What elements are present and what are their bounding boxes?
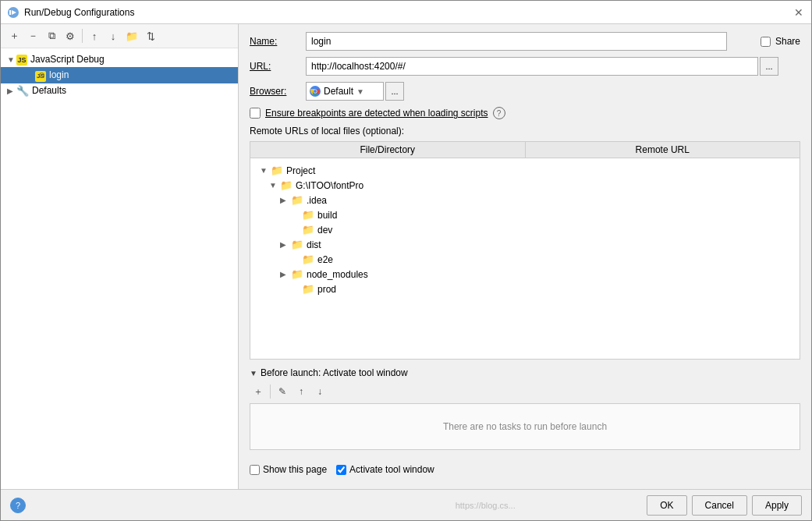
fontpro-arrow: ▼ xyxy=(269,181,280,190)
dev-label: dev xyxy=(317,225,332,236)
file-table: File/Directory Remote URL ▼ 📁 Project xyxy=(250,141,800,360)
url-input[interactable] xyxy=(306,57,758,76)
src-label: src xyxy=(307,299,319,299)
chrome-icon xyxy=(310,86,321,97)
build-folder-icon: 📁 xyxy=(302,209,314,221)
sort-btn[interactable]: ⇅ xyxy=(142,27,159,44)
idea-arrow: ▶ xyxy=(280,196,291,204)
e2e-label: e2e xyxy=(317,254,333,265)
name-row: Name: Share xyxy=(250,32,800,51)
folder-build[interactable]: ▶ 📁 build xyxy=(250,207,800,222)
settings-btn[interactable]: ⚙ xyxy=(62,27,79,44)
move-down-btn[interactable]: ↓ xyxy=(105,27,122,44)
apply-button[interactable]: Apply xyxy=(752,495,802,516)
ensure-breakpoints-checkbox[interactable] xyxy=(250,108,261,119)
bl-edit-btn[interactable]: ✎ xyxy=(274,383,291,400)
ok-button[interactable]: OK xyxy=(647,495,686,516)
prod-folder-icon: 📁 xyxy=(302,283,314,295)
folder-dev[interactable]: ▶ 📁 dev xyxy=(250,222,800,237)
footer-left: ? xyxy=(10,498,324,513)
bl-down-btn[interactable]: ↓ xyxy=(311,383,328,400)
move-up-btn[interactable]: ↑ xyxy=(86,27,103,44)
show-page-checkbox[interactable] xyxy=(250,465,260,475)
url-row: URL: ... xyxy=(250,57,800,76)
defaults-label: Defaults xyxy=(32,85,66,96)
browser-value: Default xyxy=(324,86,353,97)
folder-idea[interactable]: ▶ 📁 .idea xyxy=(250,193,800,207)
bottom-checkboxes: Show this page Activate tool window xyxy=(250,464,800,475)
svg-rect-2 xyxy=(9,10,11,15)
folder-fontpro[interactable]: ▼ 📁 G:\ITOO\fontPro xyxy=(250,178,800,193)
folder-node-modules[interactable]: ▶ 📁 node_modules xyxy=(250,267,800,282)
svg-point-5 xyxy=(314,90,317,93)
folder-e2e[interactable]: ▶ 📁 e2e xyxy=(250,252,800,267)
tree-js-debug-group[interactable]: ▼ JS JavaScript Debug xyxy=(1,51,238,67)
dist-folder-icon: 📁 xyxy=(291,239,303,250)
share-label: Share xyxy=(775,36,800,47)
js-debug-group-label: JavaScript Debug xyxy=(30,54,105,65)
e2e-folder-icon: 📁 xyxy=(302,253,314,265)
folder-dist[interactable]: ▶ 📁 dist xyxy=(250,237,800,252)
right-panel: Name: Share URL: ... Browser: xyxy=(239,24,811,489)
folder-prod[interactable]: ▶ 📁 prod xyxy=(250,282,800,296)
folder-src[interactable]: ▶ 📁 src xyxy=(250,296,800,299)
fontpro-label: G:\ITOO\fontPro xyxy=(296,180,363,191)
cancel-button[interactable]: Cancel xyxy=(692,495,747,516)
bl-add-btn[interactable]: ＋ xyxy=(250,383,267,400)
tree-login-item[interactable]: JS login xyxy=(1,67,238,83)
close-btn[interactable]: ✕ xyxy=(792,6,805,19)
url-ellipsis-btn[interactable]: ... xyxy=(760,57,778,76)
file-table-header: File/Directory Remote URL xyxy=(250,142,800,158)
folder-tree: ▼ 📁 Project ▼ 📁 G:\ITOO\fontPro xyxy=(250,160,800,299)
toolbar-sep-1 xyxy=(82,29,83,43)
build-label: build xyxy=(317,210,337,221)
copy-config-btn[interactable]: ⧉ xyxy=(43,27,60,44)
ensure-breakpoints-row: Ensure breakpoints are detected when loa… xyxy=(250,107,800,119)
browser-select[interactable]: Default ▼ xyxy=(306,82,384,101)
src-folder-icon: 📁 xyxy=(291,298,303,299)
login-item-icon: JS xyxy=(35,69,46,82)
folder-project[interactable]: ▼ 📁 Project xyxy=(250,163,800,178)
remove-config-btn[interactable]: － xyxy=(24,27,41,44)
add-config-btn[interactable]: ＋ xyxy=(5,27,23,44)
config-tree: ▼ JS JavaScript Debug JS login xyxy=(1,48,238,489)
defaults-arrow: ▶ xyxy=(7,87,16,95)
node-modules-folder-icon: 📁 xyxy=(291,268,303,280)
before-launch-label: Before launch: Activate tool window xyxy=(261,367,408,378)
browser-label: Browser: xyxy=(250,86,306,97)
title-bar: Run/Debug Configurations ✕ xyxy=(1,1,811,24)
fontpro-folder-icon: 📁 xyxy=(280,179,293,191)
run-debug-icon xyxy=(7,6,20,19)
prod-label: prod xyxy=(317,284,336,295)
dev-folder-icon: 📁 xyxy=(302,224,314,236)
before-launch-empty-msg: There are no tasks to run before launch xyxy=(250,403,800,450)
show-page-label: Show this page xyxy=(250,464,327,475)
before-launch-header: ▼ Before launch: Activate tool window xyxy=(250,367,800,378)
share-checkbox[interactable] xyxy=(761,37,771,47)
before-launch-collapse-arrow[interactable]: ▼ xyxy=(250,369,257,377)
browser-ellipsis-btn[interactable]: ... xyxy=(385,82,404,101)
folder-btn[interactable]: 📁 xyxy=(123,27,140,44)
watermark: https://blog.cs... xyxy=(328,501,642,510)
activate-window-checkbox[interactable] xyxy=(336,465,346,475)
file-table-body: ▼ 📁 Project ▼ 📁 G:\ITOO\fontPro xyxy=(250,158,800,299)
col-file-directory: File/Directory xyxy=(250,142,526,158)
bl-up-btn[interactable]: ↑ xyxy=(293,383,310,400)
remote-urls-label: Remote URLs of local files (optional): xyxy=(250,126,800,136)
name-input[interactable] xyxy=(306,32,727,51)
browser-row: Browser: Default ▼ xyxy=(250,82,800,101)
before-launch-toolbar: ＋ ✎ ↑ ↓ xyxy=(250,383,800,400)
js-debug-arrow: ▼ xyxy=(7,55,16,64)
content-area: ＋ － ⧉ ⚙ ↑ ↓ 📁 ⇅ ▼ JS JavaScri xyxy=(1,24,811,489)
run-debug-window: Run/Debug Configurations ✕ ＋ － ⧉ ⚙ ↑ ↓ 📁… xyxy=(0,0,812,521)
footer-help-btn[interactable]: ? xyxy=(10,498,26,513)
title-bar-left: Run/Debug Configurations xyxy=(7,6,134,19)
project-folder-icon: 📁 xyxy=(271,165,283,176)
help-icon-breakpoints[interactable]: ? xyxy=(493,107,505,119)
tree-defaults-group[interactable]: ▶ 🔧 Defaults xyxy=(1,83,238,98)
left-panel: ＋ － ⧉ ⚙ ↑ ↓ 📁 ⇅ ▼ JS JavaScri xyxy=(1,24,239,489)
dist-arrow: ▶ xyxy=(280,240,291,249)
defaults-icon: 🔧 xyxy=(16,85,29,97)
url-label: URL: xyxy=(250,61,306,72)
col-remote-url: Remote URL xyxy=(526,142,800,158)
